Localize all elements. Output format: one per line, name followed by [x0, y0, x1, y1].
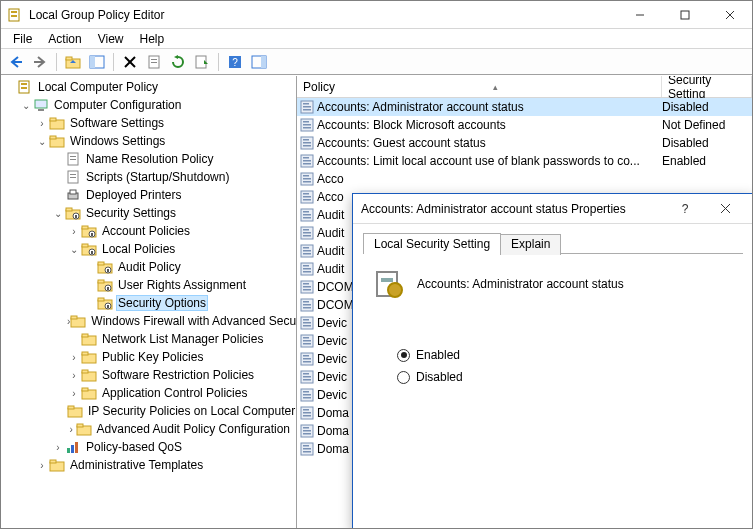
list-row[interactable]: Accounts: Administrator account statusDi…: [297, 98, 752, 116]
tree-user-rights[interactable]: User Rights Assignment: [83, 276, 296, 294]
folder-lock-icon: [97, 295, 113, 311]
folder-icon: [81, 385, 97, 401]
expand-icon[interactable]: ›: [67, 386, 81, 400]
tab-local-security-setting[interactable]: Local Security Setting: [363, 233, 501, 254]
back-arrow-icon[interactable]: [5, 51, 27, 73]
close-button[interactable]: [707, 1, 752, 29]
menu-file[interactable]: File: [5, 30, 40, 48]
window-title: Local Group Policy Editor: [29, 8, 617, 22]
collapse-icon[interactable]: ⌄: [35, 134, 49, 148]
expand-icon[interactable]: ›: [67, 422, 76, 436]
tree-computer-config[interactable]: ⌄Computer Configuration: [19, 96, 296, 114]
expand-icon[interactable]: ›: [51, 440, 65, 454]
tree-qos[interactable]: ›Policy-based QoS: [51, 438, 296, 456]
svg-rect-39: [261, 56, 266, 68]
dialog-titlebar: Accounts: Administrator account status P…: [353, 194, 753, 224]
expand-icon[interactable]: ›: [67, 368, 81, 382]
refresh-icon[interactable]: [167, 51, 189, 73]
sort-indicator-icon: ▴: [335, 82, 655, 92]
radio-enabled-row[interactable]: Enabled: [397, 348, 733, 362]
toolbar: ?: [1, 49, 752, 75]
column-security-setting[interactable]: Security Setting: [662, 76, 752, 97]
expand-icon[interactable]: ›: [67, 350, 81, 364]
policy-icon: [299, 171, 315, 187]
show-hide-action-icon[interactable]: [248, 51, 270, 73]
tree-windows-settings[interactable]: ⌄Windows Settings: [35, 132, 296, 150]
radio-enabled[interactable]: [397, 349, 410, 362]
tab-explain[interactable]: Explain: [500, 234, 561, 255]
up-folder-icon[interactable]: [62, 51, 84, 73]
scroll-icon: [65, 169, 81, 185]
list-header: Policy▴ Security Setting: [297, 76, 752, 98]
tree-software-settings[interactable]: ›Software Settings: [35, 114, 296, 132]
help-icon[interactable]: ?: [224, 51, 246, 73]
tab-page: Accounts: Administrator account status E…: [363, 254, 743, 406]
radio-disabled[interactable]: [397, 371, 410, 384]
tree-acp[interactable]: ›Application Control Policies: [67, 384, 296, 402]
policy-icon: [299, 261, 315, 277]
collapse-icon[interactable]: ⌄: [19, 98, 33, 112]
menu-help[interactable]: Help: [132, 30, 173, 48]
list-row[interactable]: Accounts: Limit local account use of bla…: [297, 152, 752, 170]
tree-root[interactable]: Local Computer Policy: [3, 78, 296, 96]
export-icon[interactable]: [191, 51, 213, 73]
tree-local-policies[interactable]: ⌄Local Policies: [67, 240, 296, 258]
tree-pane[interactable]: Local Computer Policy ⌄Computer Configur…: [1, 76, 297, 528]
tree-name-resolution[interactable]: Name Resolution Policy: [51, 150, 296, 168]
tree-scripts[interactable]: Scripts (Startup/Shutdown): [51, 168, 296, 186]
scroll-icon: [65, 151, 81, 167]
dialog-title: Accounts: Administrator account status P…: [361, 202, 665, 216]
folder-icon: [81, 331, 97, 347]
policy-setting: Not Defined: [662, 118, 752, 132]
gpedit-icon: [17, 79, 33, 95]
tree-adv-audit[interactable]: ›Advanced Audit Policy Configuration: [67, 420, 296, 438]
tree-security-options[interactable]: Security Options: [83, 294, 296, 312]
tree-nlm[interactable]: Network List Manager Policies: [67, 330, 296, 348]
forward-arrow-icon[interactable]: [29, 51, 51, 73]
policy-setting: Enabled: [662, 154, 752, 168]
dialog-help-button[interactable]: ?: [665, 194, 705, 224]
tree-admin-templates[interactable]: ›Administrative Templates: [35, 456, 296, 474]
tree-pki[interactable]: ›Public Key Policies: [67, 348, 296, 366]
svg-rect-32: [90, 56, 95, 68]
expand-icon[interactable]: ›: [67, 224, 81, 238]
list-row[interactable]: Accounts: Guest account statusDisabled: [297, 134, 752, 152]
maximize-button[interactable]: [662, 1, 707, 29]
policy-icon: [299, 225, 315, 241]
tree-account-policies[interactable]: ›Account Policies: [67, 222, 296, 240]
menu-action[interactable]: Action: [40, 30, 89, 48]
radio-disabled-row[interactable]: Disabled: [397, 370, 733, 384]
folder-lock-icon: [81, 241, 97, 257]
policy-setting: Disabled: [662, 100, 752, 114]
minimize-button[interactable]: [617, 1, 662, 29]
policy-icon: [299, 387, 315, 403]
svg-rect-26: [681, 11, 689, 19]
titlebar: Local Group Policy Editor: [1, 1, 752, 29]
tree-windows-firewall[interactable]: ›Windows Firewall with Advanced Security: [67, 312, 296, 330]
svg-text:?: ?: [232, 57, 238, 68]
collapse-icon[interactable]: ⌄: [67, 242, 81, 256]
dialog-close-button[interactable]: [705, 194, 745, 224]
properties-dialog: Accounts: Administrator account status P…: [352, 193, 753, 529]
computer-icon: [33, 97, 49, 113]
tree-ipsec[interactable]: IP Security Policies on Local Computer: [67, 402, 296, 420]
list-row[interactable]: Acco: [297, 170, 752, 188]
list-row[interactable]: Accounts: Block Microsoft accountsNot De…: [297, 116, 752, 134]
expand-icon[interactable]: ›: [35, 458, 49, 472]
show-hide-tree-icon[interactable]: [86, 51, 108, 73]
policy-icon: [299, 243, 315, 259]
properties-icon[interactable]: [143, 51, 165, 73]
tree-audit-policy[interactable]: Audit Policy: [83, 258, 296, 276]
delete-icon[interactable]: [119, 51, 141, 73]
menu-view[interactable]: View: [90, 30, 132, 48]
collapse-icon[interactable]: ⌄: [51, 206, 65, 220]
folder-lock-icon: [97, 277, 113, 293]
policy-icon: [299, 441, 315, 457]
dialog-policy-name: Accounts: Administrator account status: [417, 277, 624, 291]
column-policy[interactable]: Policy▴: [297, 76, 662, 97]
expand-icon[interactable]: ›: [35, 116, 49, 130]
qos-icon: [65, 439, 81, 455]
tree-security-settings[interactable]: ⌄Security Settings: [51, 204, 296, 222]
tree-srp[interactable]: ›Software Restriction Policies: [67, 366, 296, 384]
tree-deployed-printers[interactable]: Deployed Printers: [51, 186, 296, 204]
